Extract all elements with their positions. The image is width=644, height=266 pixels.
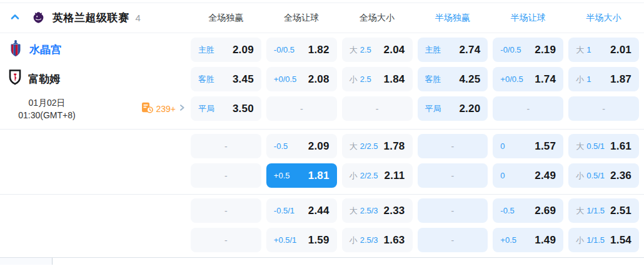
odds-value: 1.78: [384, 140, 405, 153]
premier-league-lion-logo: [32, 11, 45, 24]
odds-cell-label: -0.5/1: [274, 206, 294, 215]
odds-cell[interactable]: 客胜3.45: [191, 67, 261, 91]
odds-cell[interactable]: -0/0.52.19: [493, 38, 563, 62]
odds-value: 4.25: [459, 73, 480, 86]
odds-value: 1.49: [535, 234, 556, 247]
odds-cell[interactable]: -0.52.69: [493, 198, 563, 223]
odds-value: 1.59: [308, 234, 330, 247]
odds-cell[interactable]: 大0.5/11.61: [568, 134, 639, 158]
empty-dash: -: [451, 141, 455, 151]
fulham-crest: [8, 69, 22, 89]
odds-cell[interactable]: 大2.52.04: [342, 38, 413, 62]
odds-value: 2.36: [610, 170, 631, 182]
odds-cell-label: 0: [500, 141, 505, 151]
odds-value: 1.57: [535, 140, 556, 153]
odds-value: 1.87: [610, 73, 631, 86]
odds-value: 2.08: [308, 73, 330, 86]
match-datetime: 01月02日 01:30(GMT+8): [0, 96, 94, 121]
odds-cell[interactable]: 小2.51.84: [342, 67, 413, 91]
empty-dash: -: [602, 104, 605, 114]
odds-cell[interactable]: 大2/2.51.78: [342, 134, 413, 158]
odds-value: 3.50: [233, 103, 254, 115]
odds-cell-label: 小0.5/1: [576, 170, 605, 182]
odds-cell[interactable]: 01.57: [493, 134, 563, 158]
market-column-headers: 全场独赢 全场让球 全场大小 半场独赢 半场让球 半场大小: [191, 13, 644, 24]
empty-dash: -: [526, 104, 530, 114]
odds-cell-label: 小1: [576, 74, 591, 85]
odds-cell-label: +0/0.5: [500, 74, 523, 84]
odds-cell[interactable]: 小11.87: [568, 67, 639, 91]
odds-value: 1.82: [308, 44, 330, 56]
col-header-ft-handicap[interactable]: 全场让球: [266, 13, 337, 24]
odds-cell[interactable]: 平局2.20: [418, 96, 488, 121]
odds-cell[interactable]: +0/0.52.08: [266, 67, 337, 91]
col-header-ht-overunder[interactable]: 半场大小: [568, 13, 639, 24]
league-title: 英格兰超级联赛: [53, 11, 129, 25]
match-meta-row: 01月02日 01:30(GMT+8) 239+: [0, 96, 191, 121]
odds-cell[interactable]: 小1/1.51.54: [568, 228, 639, 252]
odds-cell-label: +0.5/1: [274, 235, 297, 245]
odds-cell[interactable]: +0.51.49: [493, 228, 563, 252]
odds-cell[interactable]: 客胜4.25: [418, 67, 488, 91]
odds-value: 2.44: [308, 205, 330, 217]
odds-cell[interactable]: -0.52.09: [266, 134, 337, 158]
away-team-row[interactable]: 富勒姆: [0, 67, 191, 91]
odds-cell[interactable]: +0.5/11.59: [266, 228, 337, 252]
odds-value: 2.11: [385, 170, 405, 182]
odds-cell[interactable]: 小2.5/31.63: [342, 228, 413, 252]
odds-cell[interactable]: 主胜2.09: [191, 38, 261, 62]
odds-cell[interactable]: +0/0.51.74: [493, 67, 563, 91]
odds-cell[interactable]: -0/0.51.82: [266, 38, 337, 62]
left-spacer: [0, 134, 191, 188]
odds-cell[interactable]: 主胜2.74: [418, 38, 488, 62]
odds-cell[interactable]: 大2.5/32.33: [342, 198, 413, 223]
odds-cell-empty: -: [493, 96, 563, 121]
odds-cell-label: 小2/2.5: [350, 170, 378, 182]
odds-value: 2.74: [459, 44, 480, 56]
chevron-up-icon: [9, 11, 21, 25]
odds-cell-selected[interactable]: +0.51.81: [266, 163, 337, 188]
empty-dash: -: [300, 104, 303, 114]
col-header-ht-handicap[interactable]: 半场让球: [493, 13, 563, 24]
odds-cell-label: -0.5: [274, 141, 288, 151]
odds-cell-label: 大1/1.5: [576, 205, 605, 217]
odds-value: 2.19: [535, 44, 556, 56]
odds-cell[interactable]: 02.49: [493, 163, 563, 188]
odds-group-alt-1: --0.52.09大2/2.51.78-01.57大0.5/11.61-+0.5…: [0, 130, 644, 194]
odds-cell-label: 大0.5/1: [576, 141, 605, 152]
empty-dash: -: [224, 141, 228, 151]
empty-dash: -: [224, 235, 228, 245]
odds-value: 1.54: [610, 234, 631, 247]
odds-cell-label: 大2.5/3: [350, 205, 378, 217]
odds-cell[interactable]: 小2/2.52.11: [342, 163, 413, 188]
odds-cell-empty: -: [191, 134, 261, 158]
odds-value: 2.04: [384, 44, 405, 56]
odds-value: 1.74: [535, 73, 556, 86]
odds-cell[interactable]: 小0.5/12.36: [568, 163, 639, 188]
odds-cell[interactable]: 平局3.50: [191, 96, 261, 121]
chevron-right-icon: [178, 103, 186, 115]
col-header-ht-1x2[interactable]: 半场独赢: [417, 13, 488, 24]
odds-cell[interactable]: 大1/1.52.51: [568, 198, 639, 223]
odds-cell-label: -0.5: [500, 206, 514, 215]
odds-cell[interactable]: 大12.01: [568, 38, 639, 62]
odds-value: 2.51: [610, 205, 631, 217]
col-header-ft-overunder[interactable]: 全场大小: [342, 13, 413, 24]
odds-cell-label: 主胜: [198, 44, 214, 56]
collapse-button[interactable]: [9, 12, 21, 24]
odds-cell-label: 小2.5/3: [350, 235, 378, 246]
odds-cell-label: 大2/2.5: [350, 141, 378, 152]
odds-group-alt-2: --0.5/12.44大2.5/32.33--0.52.69大1/1.52.51…: [0, 195, 644, 257]
odds-cell-label: 小1/1.5: [576, 235, 605, 246]
match-date: 01月02日: [0, 96, 94, 109]
home-team-row[interactable]: 水晶宫: [0, 38, 191, 62]
odds-cell-label: 大1: [576, 44, 591, 56]
next-row-partial: [0, 258, 644, 265]
odds-cell[interactable]: -0.5/12.44: [266, 198, 337, 223]
odds-cell-label: 小2.5: [350, 74, 371, 85]
odds-value: 2.20: [459, 103, 480, 115]
col-header-ft-1x2[interactable]: 全场独赢: [191, 13, 261, 24]
odds-cell-label: +0.5: [274, 171, 290, 180]
more-markets-link[interactable]: 239+: [141, 102, 191, 116]
odds-value: 1.63: [384, 234, 405, 247]
